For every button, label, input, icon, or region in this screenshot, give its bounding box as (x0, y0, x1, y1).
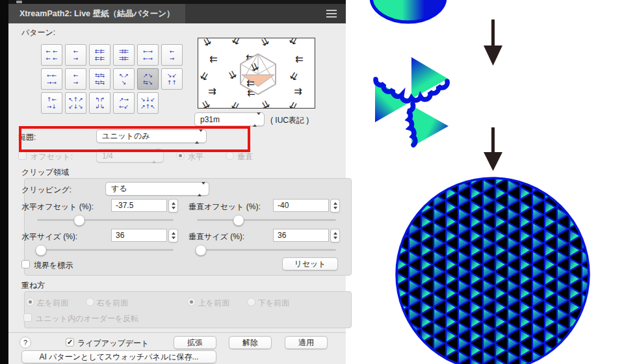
slider-track[interactable] (37, 219, 174, 221)
window-edge-strip (0, 0, 8, 364)
save-swatch-button[interactable]: AI パターンとしてスウォッチパネルに保存... (21, 350, 216, 363)
pattern-tile-1[interactable]: ← ← ← ← (41, 44, 62, 66)
range-select[interactable]: ユニットのみ (96, 129, 207, 143)
slider-track[interactable] (37, 249, 174, 251)
live-update-label: ライブアップデート (77, 338, 149, 349)
v-size-slider[interactable] (197, 245, 336, 255)
h-size-input[interactable]: 36 (111, 229, 167, 242)
front-bottom-radio[interactable] (247, 298, 255, 306)
pattern-tile-icon: ↰↱ ↲↳ (95, 96, 105, 110)
v-offset-stepper[interactable] (330, 199, 340, 213)
pattern-tile-icon: ←→ ←→ (143, 48, 153, 62)
offset-vertical-label: 垂直 (237, 151, 253, 162)
h-size-label: 水平サイズ (%): (21, 231, 77, 242)
slider-track[interactable] (197, 249, 336, 251)
pattern-tile-4[interactable]: ⇉⇇ ⇉⇇ (113, 44, 135, 66)
slider-knob[interactable] (36, 244, 47, 255)
pattern-tile-7[interactable]: ←← →→ (41, 68, 62, 90)
pattern-tile-icon: ↘↓↙ ↗↑↖ (140, 96, 155, 110)
panel-title: XtreamPath2: Live 壁紙（結晶パターン） (8, 8, 174, 20)
front-left-radio[interactable] (26, 298, 34, 306)
pattern-tile-2[interactable]: ← → (65, 44, 86, 66)
titlebar: XtreamPath2: Live 壁紙（結晶パターン） (8, 4, 346, 23)
close-icon[interactable] (16, 1, 22, 3)
pattern-tile-10[interactable]: ↖↗ ↘ (113, 68, 135, 90)
footer-separator (8, 332, 346, 333)
expand-button[interactable]: 拡張 (174, 336, 216, 349)
offset-horizontal-label: 水平 (188, 151, 203, 162)
pattern-tile-12[interactable]: ↘↙ ↑↑ (161, 68, 183, 90)
pattern-tile-16[interactable]: ↗→ ←↙ (113, 92, 135, 114)
pattern-tile-icon: ⇇⇇ ⇇⇇ (95, 48, 105, 62)
pattern-tile-icon: ← → (73, 72, 79, 86)
apply-button[interactable]: 適用 (285, 336, 328, 349)
offset-checkbox[interactable] (18, 151, 27, 160)
pattern-tile-5[interactable]: ←→ ←→ (137, 44, 159, 66)
pattern-tile-icon: ↑← →↓ (47, 96, 57, 110)
range-value: ユニットのみ (102, 131, 150, 142)
pattern-tile-icon: ← → (170, 48, 175, 62)
pattern-tile-6[interactable]: ← → (161, 44, 183, 66)
slider-knob[interactable] (196, 244, 207, 255)
slider-knob[interactable] (233, 214, 244, 226)
front-bottom-label: 下を前面 (258, 298, 289, 309)
pattern-tile-icon: ← ← ← ← (46, 48, 58, 62)
pattern-tile-8[interactable]: ← → (65, 68, 86, 90)
pattern-preview: ⇊⇊⇊⇊⇊⇊⇊⇊⇊⇊⇊⇊⇊⇊⇊⇊⇊ ⇊⇊ (198, 38, 315, 109)
v-size-label: 垂直サイズ (%): (188, 231, 244, 242)
show-boundary-label: 境界を標示 (34, 260, 73, 271)
slider-track[interactable] (197, 219, 336, 221)
v-size-stepper[interactable] (330, 229, 340, 242)
pattern-label: パターン: (21, 27, 55, 38)
down-arrow-icon (484, 20, 502, 66)
symmetry-group-value: p31m (200, 115, 220, 124)
offset-fraction-value: 1/4 (102, 151, 113, 161)
offset-fraction-select[interactable]: 1/4 (96, 149, 164, 162)
clipping-label: クリッピング: (21, 185, 72, 196)
pattern-tile-icon: ⇉⇇ ⇉⇇ (119, 48, 129, 62)
v-offset-slider[interactable] (197, 215, 336, 225)
clip-region-title: クリップ領域 (21, 167, 69, 178)
v-size-input[interactable]: 36 (273, 229, 329, 242)
release-button[interactable]: 解除 (229, 336, 272, 349)
reset-button[interactable]: リセット (282, 257, 338, 270)
pattern-tile-14[interactable]: ↖↑↗ ↙↓↘ (65, 92, 86, 114)
pattern-tile-icon: ↖↗ ↘ (119, 72, 129, 86)
down-arrow-icon (484, 127, 502, 171)
source-shape (371, 0, 445, 22)
xtreampath-dialog: XtreamPath2: Live 壁紙（結晶パターン） パターン: ← ← ←… (8, 0, 346, 364)
h-offset-input[interactable]: -37.5 (111, 199, 167, 212)
pattern-tile-11[interactable]: ↗↘ ⇆↘ (137, 68, 159, 90)
slider-knob[interactable] (74, 214, 85, 226)
panel-tab[interactable]: XtreamPath2: Live 壁紙（結晶パターン） (8, 4, 185, 23)
pattern-tile-icon: ← → (73, 48, 79, 62)
pattern-tile-15[interactable]: ↰↱ ↲↳ (89, 92, 110, 114)
symmetry-group-select[interactable]: p31m (194, 112, 265, 126)
hamburger-menu-icon[interactable] (326, 10, 337, 11)
front-right-radio[interactable] (86, 298, 94, 306)
front-top-radio[interactable] (187, 298, 196, 306)
preview-arrow-icon: ⇊ (245, 79, 255, 88)
h-offset-slider[interactable] (37, 215, 174, 225)
live-update-checkbox[interactable]: ✓ (66, 338, 74, 346)
offset-vertical-radio[interactable] (226, 151, 234, 160)
offset-horizontal-radio[interactable] (176, 151, 185, 160)
artboard-illustration (346, 0, 637, 364)
h-offset-stepper[interactable] (168, 199, 178, 213)
range-label: 範囲: (18, 132, 36, 143)
h-size-stepper[interactable] (168, 229, 178, 242)
pattern-tile-9[interactable]: ⇆⇆ ⇆⇆ (89, 68, 110, 90)
front-left-label: 左を前面 (37, 298, 68, 309)
show-boundary-checkbox[interactable] (21, 260, 30, 268)
pattern-tile-17[interactable]: ↘↓↙ ↗↑↖ (137, 92, 159, 114)
clipping-select[interactable]: する (105, 182, 209, 196)
reverse-order-checkbox[interactable] (23, 313, 32, 322)
v-offset-label: 垂直オフセット (%): (188, 202, 261, 213)
help-button[interactable]: ? (20, 337, 31, 348)
select-stepper-icon (152, 151, 160, 161)
v-offset-input[interactable]: -40 (273, 199, 329, 212)
select-stepper-icon (253, 115, 261, 124)
pattern-tile-3[interactable]: ⇇⇇ ⇇⇇ (89, 44, 110, 66)
h-size-slider[interactable] (37, 245, 174, 255)
pattern-tile-13[interactable]: ↑← →↓ (41, 92, 62, 114)
